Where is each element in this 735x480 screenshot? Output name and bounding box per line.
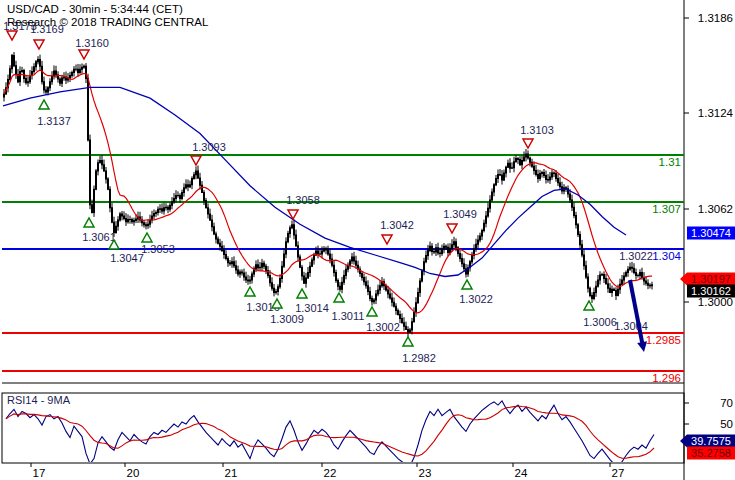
pivot-label: 1.3009 xyxy=(270,313,304,325)
price-label: 1.3022 xyxy=(619,250,653,262)
trading-chart: USD/CAD - 30min - 5:34:44 (CET) Research… xyxy=(0,0,735,480)
level-label-1.307: 1.307 xyxy=(652,203,681,215)
pivot-label: 1.3047 xyxy=(110,252,144,264)
pivot-label: 1.3093 xyxy=(192,141,226,153)
x-axis-tick-label: 20 xyxy=(127,467,140,479)
pivot-up-triangle-icon xyxy=(39,100,49,109)
price-badge-value: 1.30197 xyxy=(691,273,731,285)
chart-title: USD/CAD - 30min - 5:34:44 (CET) xyxy=(7,3,208,16)
candles-layer xyxy=(4,52,652,337)
pivot-label: 1.3002 xyxy=(366,321,400,333)
pivot-down-triangle-icon xyxy=(79,50,89,59)
pivot-up-triangle-icon xyxy=(334,293,344,302)
level-label-1.31: 1.31 xyxy=(659,156,681,168)
pivot-label: 1.3014 xyxy=(295,302,329,314)
chart-source: Research © 2018 TRADING CENTRAL xyxy=(7,16,208,29)
pivot-up-triangle-icon xyxy=(462,280,472,289)
level-label-1.304: 1.304 xyxy=(652,250,681,262)
price-badge-value: 1.30162 xyxy=(691,285,731,297)
pivot-up-triangle-icon xyxy=(84,218,94,227)
pivot-label: 1.3058 xyxy=(286,194,320,206)
chart-header: USD/CAD - 30min - 5:34:44 (CET) Research… xyxy=(7,3,208,29)
rsi-label: RSI14 - 9MA xyxy=(7,394,71,406)
rsi-ma-line xyxy=(6,406,654,458)
pivot-down-triangle-icon xyxy=(447,224,457,233)
pivot-down-triangle-icon xyxy=(523,139,533,148)
pivot-up-triangle-icon xyxy=(367,307,377,316)
forecast-arrow-head-icon xyxy=(637,341,647,352)
level-label-1.296: 1.296 xyxy=(652,372,681,384)
y-axis-tick-label: 1.3186 xyxy=(698,12,733,24)
pivot-label: 1.3049 xyxy=(443,208,477,220)
pivot-down-triangle-icon xyxy=(382,235,392,244)
pivot-label: 1.2982 xyxy=(402,352,436,364)
pivot-label: 1.3103 xyxy=(520,124,554,136)
fast-ma-line xyxy=(4,70,652,313)
forecast-arrow-shaft xyxy=(630,280,643,346)
pivot-label: 1.3011 xyxy=(332,310,365,322)
pivot-up-triangle-icon xyxy=(245,287,255,296)
y-axis-tick-label: 1.3000 xyxy=(698,296,733,308)
pivot-label: 1.3053 xyxy=(141,243,175,255)
pivot-label: 1.3061 xyxy=(82,231,116,243)
pivot-label: 1.3160 xyxy=(75,37,109,49)
x-axis-tick-label: 21 xyxy=(225,467,238,479)
y-axis-tick-label: 1.3124 xyxy=(698,107,734,119)
rsi-tick-label: 70 xyxy=(720,397,733,409)
pivot-label: 1.3137 xyxy=(37,115,71,127)
pivot-down-triangle-icon xyxy=(7,31,17,40)
x-axis-tick-label: 24 xyxy=(515,467,528,479)
rsi-panel-border xyxy=(2,393,684,463)
price-label: 1.3004 xyxy=(614,320,648,332)
pivot-down-triangle-icon xyxy=(34,40,44,49)
rsi-line xyxy=(6,401,654,468)
rsi-badge-value: 35.2758 xyxy=(691,447,731,459)
pivot-label: 1.3042 xyxy=(380,219,414,231)
pivot-up-triangle-icon xyxy=(297,289,307,298)
pivot-up-triangle-icon xyxy=(142,233,152,242)
price-badge-value: 1.30474 xyxy=(691,227,731,239)
pivot-up-triangle-icon xyxy=(403,337,413,346)
x-axis-tick-label: 27 xyxy=(612,467,625,479)
x-axis-tick-label: 22 xyxy=(324,467,337,479)
pivot-down-triangle-icon xyxy=(191,156,201,165)
pivot-label: 1.3006 xyxy=(583,316,617,328)
x-axis-tick-label: 23 xyxy=(419,467,432,479)
price-chart-canvas: 1.311.3071.3041.29851.2961.31731.31691.3… xyxy=(0,0,735,480)
y-axis-tick-label: 1.3062 xyxy=(698,203,733,215)
level-label-1.2985: 1.2985 xyxy=(646,334,681,346)
pivot-label: 1.3022 xyxy=(459,293,493,305)
rsi-badge-value: 39.7575 xyxy=(691,435,731,447)
rsi-tick-label: 50 xyxy=(720,418,733,430)
x-axis-tick-label: 17 xyxy=(33,467,46,479)
